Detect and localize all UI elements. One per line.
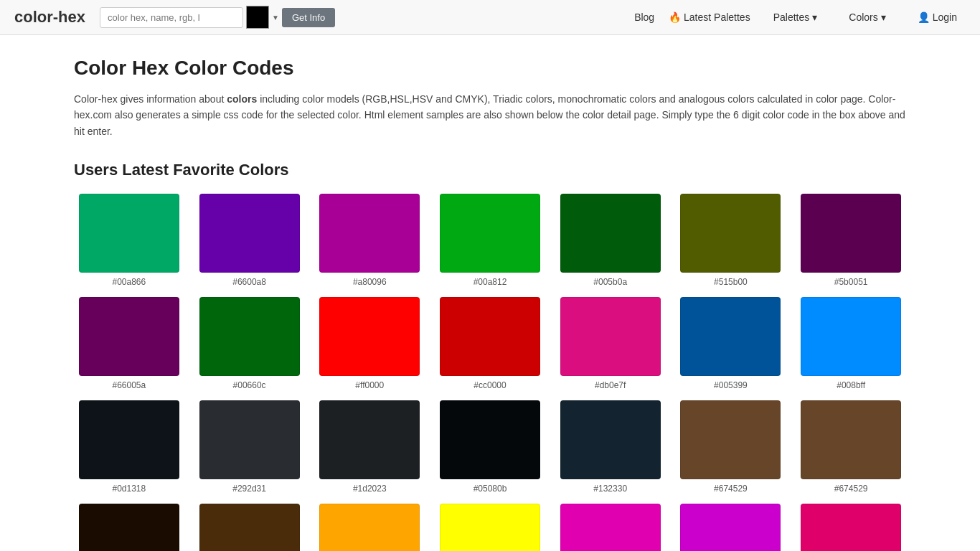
color-box xyxy=(680,504,781,551)
color-item[interactable]: #4a2c0a xyxy=(194,504,305,551)
color-label: #132330 xyxy=(593,484,627,494)
color-label: #ff0000 xyxy=(355,380,384,390)
get-info-button[interactable]: Get Info xyxy=(282,8,335,27)
color-box xyxy=(680,400,781,479)
color-box xyxy=(440,504,540,551)
color-item[interactable]: #6600a8 xyxy=(194,194,305,287)
page-title: Color Hex Color Codes xyxy=(74,57,906,80)
color-item[interactable]: #00660c xyxy=(194,297,305,390)
color-label: #6600a8 xyxy=(232,277,266,287)
color-label: #005399 xyxy=(714,380,748,390)
color-label: #674529 xyxy=(714,484,748,494)
color-box xyxy=(199,504,300,551)
color-item[interactable]: #66005a xyxy=(74,297,184,390)
color-box xyxy=(680,297,781,376)
color-item[interactable]: #a80096 xyxy=(314,194,425,287)
color-item[interactable]: #ffff00 xyxy=(435,504,545,551)
color-item[interactable]: #05080b xyxy=(435,400,545,494)
color-box xyxy=(319,400,420,479)
color-box xyxy=(680,194,781,273)
color-box xyxy=(801,504,901,551)
description-bold: colors xyxy=(227,93,257,105)
color-item[interactable]: #5b0051 xyxy=(796,194,906,287)
color-item[interactable]: #ffa500 xyxy=(314,504,425,551)
login-label: Login xyxy=(933,11,957,23)
color-box xyxy=(440,194,540,273)
color-item[interactable]: #674529 xyxy=(796,400,906,494)
nav-links: Blog 🔥 Latest Palettes Palettes ▾ Colors… xyxy=(634,7,966,27)
user-icon: 👤 xyxy=(918,11,930,23)
color-box xyxy=(199,194,300,273)
colors-label: Colors xyxy=(849,11,877,23)
color-box xyxy=(560,297,661,376)
color-label: #0d1318 xyxy=(112,484,146,494)
logo[interactable]: color-hex xyxy=(14,8,85,27)
color-label: #00a866 xyxy=(112,277,146,287)
login-button[interactable]: 👤 Login xyxy=(909,7,966,27)
colors-dropdown-button[interactable]: Colors ▾ xyxy=(840,7,894,27)
color-item[interactable]: #e000b0 xyxy=(555,504,666,551)
color-box xyxy=(199,297,300,376)
color-item[interactable]: #cc00cc xyxy=(676,504,786,551)
blog-link[interactable]: Blog xyxy=(634,11,654,23)
color-box xyxy=(440,297,540,376)
palettes-dropdown-button[interactable]: Palettes ▾ xyxy=(765,7,826,27)
color-label: #db0e7f xyxy=(595,380,626,390)
color-label: #05080b xyxy=(473,484,507,494)
palettes-label: Palettes xyxy=(773,11,810,23)
color-item[interactable]: #292d31 xyxy=(194,400,305,494)
color-label: #674529 xyxy=(834,484,868,494)
color-item[interactable]: #674529 xyxy=(676,400,786,494)
colors-dropdown-icon: ▾ xyxy=(881,11,886,23)
color-dropdown-arrow[interactable]: ▼ xyxy=(272,14,279,22)
color-box xyxy=(801,297,901,376)
color-grid: #00a866#6600a8#a80096#00a812#005b0a#515b… xyxy=(74,194,906,551)
color-label: #292d31 xyxy=(232,484,266,494)
section-title: Users Latest Favorite Colors xyxy=(74,161,906,179)
color-box xyxy=(560,504,661,551)
color-box xyxy=(79,297,179,376)
color-item[interactable]: #1d2023 xyxy=(314,400,425,494)
color-item[interactable]: #008bff xyxy=(796,297,906,390)
color-swatch-preview[interactable] xyxy=(246,6,269,29)
color-item[interactable]: #00a866 xyxy=(74,194,184,287)
color-box xyxy=(79,504,179,551)
color-label: #5b0051 xyxy=(834,277,868,287)
color-item[interactable]: #132330 xyxy=(555,400,666,494)
fire-icon: 🔥 xyxy=(669,11,681,23)
color-item[interactable]: #00a812 xyxy=(435,194,545,287)
color-label: #00a812 xyxy=(473,277,507,287)
search-container: ▼ Get Info xyxy=(100,6,335,29)
color-item[interactable]: #005399 xyxy=(676,297,786,390)
color-box xyxy=(319,504,420,551)
color-box xyxy=(79,194,179,273)
color-item[interactable]: #515b00 xyxy=(676,194,786,287)
color-box xyxy=(79,400,179,479)
color-item[interactable]: #1a0c00 xyxy=(74,504,184,551)
color-label: #a80096 xyxy=(353,277,387,287)
latest-palettes-label: Latest Palettes xyxy=(684,11,750,23)
color-box xyxy=(560,400,661,479)
color-label: #008bff xyxy=(837,380,865,390)
color-item[interactable]: #e0006a xyxy=(796,504,906,551)
search-input[interactable] xyxy=(100,7,243,28)
color-box xyxy=(319,194,420,273)
color-label: #1d2023 xyxy=(353,484,387,494)
color-item[interactable]: #db0e7f xyxy=(555,297,666,390)
color-box xyxy=(440,400,540,479)
color-label: #00660c xyxy=(233,380,266,390)
color-box xyxy=(801,194,901,273)
header: color-hex ▼ Get Info Blog 🔥 Latest Palet… xyxy=(0,0,980,35)
page-description: Color-hex gives information about colors… xyxy=(74,91,906,139)
color-label: #cc0000 xyxy=(473,380,506,390)
color-item[interactable]: #005b0a xyxy=(555,194,666,287)
color-item[interactable]: #ff0000 xyxy=(314,297,425,390)
color-label: #66005a xyxy=(112,380,146,390)
color-label: #005b0a xyxy=(593,277,627,287)
color-label: #515b00 xyxy=(714,277,748,287)
color-box xyxy=(801,400,901,479)
color-item[interactable]: #cc0000 xyxy=(435,297,545,390)
latest-palettes-link[interactable]: 🔥 Latest Palettes xyxy=(669,11,750,23)
color-item[interactable]: #0d1318 xyxy=(74,400,184,494)
main-content: Color Hex Color Codes Color-hex gives in… xyxy=(60,35,920,551)
